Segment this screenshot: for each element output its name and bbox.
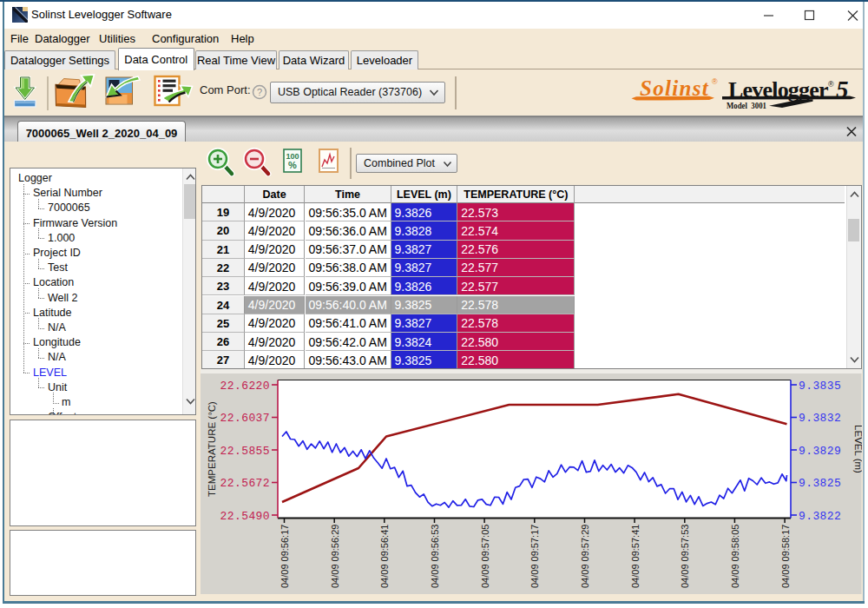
svg-text:04/09 09:56:53: 04/09 09:56:53	[430, 524, 440, 587]
svg-text:04/09 09:57:17: 04/09 09:57:17	[529, 524, 540, 587]
svg-text:04/09 09:57:41: 04/09 09:57:41	[630, 524, 641, 587]
svg-text:04/09 09:57:05: 04/09 09:57:05	[480, 524, 490, 587]
svg-text:?: ?	[257, 87, 262, 97]
svg-text:9.3829: 9.3829	[799, 444, 841, 457]
svg-text:22.6037: 22.6037	[220, 412, 270, 425]
svg-text:04/09 09:57:29: 04/09 09:57:29	[580, 524, 590, 587]
svg-text:LEVEL (m): LEVEL (m)	[853, 425, 862, 473]
svg-text:9.3822: 9.3822	[799, 509, 841, 522]
svg-text:04/09 09:56:29: 04/09 09:56:29	[330, 524, 340, 587]
svg-text:04/09 09:56:17: 04/09 09:56:17	[279, 524, 290, 587]
svg-text:22.5672: 22.5672	[220, 477, 270, 490]
svg-text:04/09 09:58:05: 04/09 09:58:05	[730, 524, 740, 587]
svg-text:%: %	[288, 160, 297, 170]
svg-text:04/09 09:56:41: 04/09 09:56:41	[379, 524, 390, 587]
svg-text:04/09 09:58:17: 04/09 09:58:17	[780, 524, 791, 587]
svg-text:9.3825: 9.3825	[799, 477, 841, 490]
svg-text:04/09 09:57:53: 04/09 09:57:53	[680, 524, 690, 587]
svg-text:9.3832: 9.3832	[799, 412, 841, 425]
svg-text:22.6220: 22.6220	[220, 379, 270, 392]
svg-text:9.3835: 9.3835	[799, 379, 841, 392]
svg-text:22.5490: 22.5490	[220, 509, 270, 522]
svg-text:22.5855: 22.5855	[220, 444, 270, 457]
svg-text:TEMPERATURE (°C): TEMPERATURE (°C)	[207, 400, 217, 496]
